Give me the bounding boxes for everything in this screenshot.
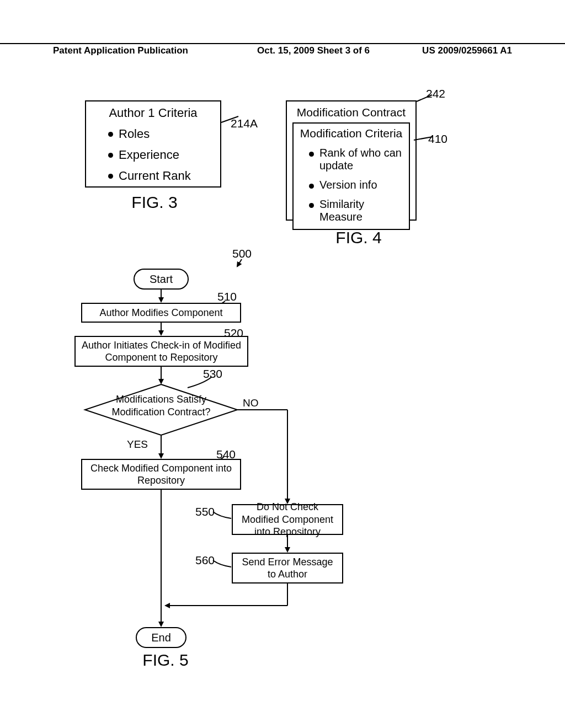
- fig5-decision-text: Modifications Satisfy Modification Contr…: [110, 393, 212, 418]
- fig5-ref-550: 550: [195, 505, 215, 518]
- fig5-end: End: [136, 627, 186, 648]
- fig5-decision-yes: YES: [127, 438, 148, 451]
- fig5-label: FIG. 5: [127, 651, 204, 670]
- fig5-ref-510: 510: [217, 290, 237, 303]
- fig5-step-560: Send Error Message to Author: [232, 553, 343, 584]
- fig5-start: Start: [134, 269, 189, 290]
- fig5-ref-560: 560: [195, 554, 215, 567]
- fig5-ref-520: 520: [224, 326, 243, 340]
- fig5-step-510: Author Modifies Component: [81, 303, 241, 323]
- page: Patent Application Publication Oct. 15, …: [0, 0, 565, 728]
- fig5-ref-540: 540: [216, 448, 236, 461]
- fig5-step-510-text: Author Modifies Component: [99, 307, 222, 319]
- fig5-ref-530: 530: [203, 367, 222, 381]
- fig5-step-550-text: Do Not Check Modified Component into Rep…: [237, 501, 338, 538]
- fig5-decision-no: NO: [243, 397, 259, 409]
- fig5-step-540: Check Modified Component into Repository: [81, 459, 241, 490]
- fig5-step-520: Author Initiates Check-in of Modified Co…: [74, 336, 248, 367]
- fig5-step-560-text: Send Error Message to Author: [237, 556, 338, 581]
- fig5-start-label: Start: [150, 272, 173, 286]
- fig5-step-550: Do Not Check Modified Component into Rep…: [232, 504, 343, 535]
- fig5-step-520-text: Author Initiates Check-in of Modified Co…: [80, 339, 243, 364]
- fig5-end-label: End: [151, 631, 171, 645]
- fig5-step-540-text: Check Modified Component into Repository: [87, 462, 236, 487]
